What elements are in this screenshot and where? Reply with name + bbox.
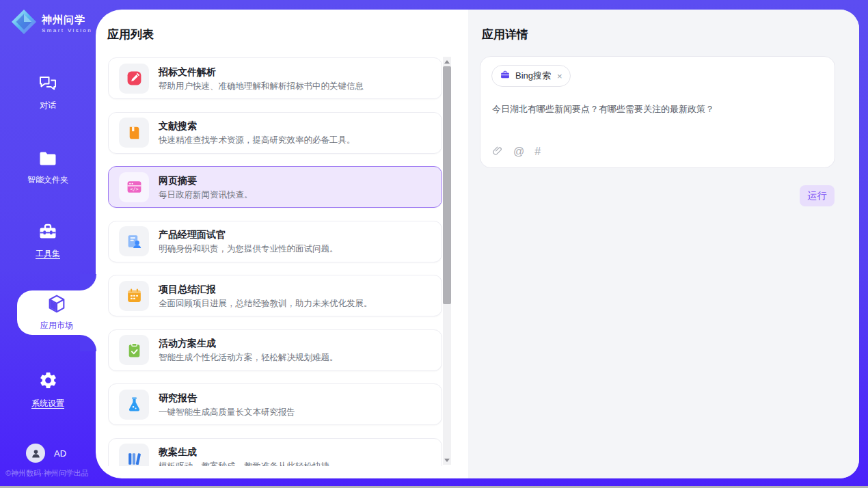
chat-icon	[38, 75, 57, 95]
gear-icon	[38, 370, 58, 393]
edit-icon	[119, 64, 149, 94]
sidebar-item-settings[interactable]: 系统设置	[0, 370, 96, 409]
sidebar-item-app-market[interactable]: 应用市场	[17, 290, 96, 335]
app-name: 产品经理面试官	[159, 228, 338, 241]
sidebar-item-smart-folder[interactable]: 智能文件夹	[0, 150, 96, 186]
avatar	[26, 444, 45, 463]
app-name: 研究报告	[159, 392, 295, 404]
diamond-logo-icon	[11, 9, 37, 38]
folder-icon	[38, 150, 57, 170]
scroll-up-icon[interactable]	[443, 57, 451, 66]
scroll-down-icon[interactable]	[443, 455, 451, 465]
books-icon	[119, 444, 149, 466]
app-desc: 模板驱动，教案秒成，教学准备从此轻松快捷	[159, 461, 329, 466]
tool-tag-bing-search[interactable]: Bing搜索 ×	[491, 65, 571, 87]
toolbox-icon	[38, 223, 57, 243]
app-list-item[interactable]: 研究报告 一键智能生成高质量长文本研究报告	[108, 383, 442, 425]
sidebar-item-label: 应用市场	[40, 320, 73, 331]
app-desc: 明确身份和职责，为您提供专业性的面试问题。	[159, 243, 338, 254]
app-name: 网页摘要	[159, 174, 253, 187]
app-window: 神州问学 Smart Vision 对话 智能文件夹	[0, 0, 868, 488]
book-icon	[119, 118, 149, 148]
close-icon[interactable]: ×	[557, 71, 562, 81]
prompt-question-text[interactable]: 今日湖北有哪些新闻要点？有哪些需要关注的最新政策？	[492, 103, 820, 116]
run-button[interactable]: 运行	[800, 185, 835, 206]
hash-tag-icon[interactable]: #	[534, 146, 541, 157]
bubble-curve-bottom	[80, 335, 96, 351]
briefcase-icon	[500, 70, 511, 83]
paperclip-icon[interactable]	[492, 145, 503, 159]
app-list: 招标文件解析 帮助用户快速、准确地理解和解析招标书中的关键信息 文献搜索 快速精…	[108, 48, 442, 466]
browser-code-icon: </>	[119, 172, 149, 202]
sidebar: 神州问学 Smart Vision 对话 智能文件夹	[0, 0, 96, 488]
app-list-item[interactable]: 文献搜索 快速精准查找学术资源，提高研究效率的必备工具。	[108, 112, 442, 154]
page-title-app-list: 应用列表	[107, 27, 154, 42]
app-list-item[interactable]: 产品经理面试官 明确身份和职责，为您提供专业性的面试问题。	[108, 221, 442, 262]
sidebar-item-label: 智能文件夹	[27, 174, 68, 186]
prompt-card[interactable]: Bing搜索 × 今日湖北有哪些新闻要点？有哪些需要关注的最新政策？ @ #	[480, 56, 835, 168]
bubble-curve-top	[80, 274, 96, 290]
app-list-item[interactable]: 活动方案生成 智能生成个性化活动方案，轻松解决规划难题。	[108, 329, 442, 371]
brand-tagline: Smart Vision	[42, 27, 92, 33]
page-title-app-detail: 应用详情	[482, 27, 528, 42]
tool-tag-label: Bing搜索	[515, 70, 551, 82]
scrollbar-thumb[interactable]	[443, 66, 451, 304]
user-account[interactable]: AD	[26, 444, 66, 463]
clipboard-check-icon	[119, 335, 149, 365]
calendar-icon	[119, 281, 149, 311]
main-card: 应用列表 招标文件解析 帮助用户快速、准确地理解和解析招标书中的关键信息 文献搜…	[96, 10, 859, 478]
sidebar-item-label: 对话	[40, 100, 56, 111]
app-name: 文献搜索	[159, 120, 355, 132]
cube-icon	[46, 294, 67, 318]
app-desc: 一键智能生成高质量长文本研究报告	[159, 407, 295, 418]
prompt-toolbar: @ #	[492, 145, 541, 159]
app-list-item[interactable]: 教案生成 模板驱动，教案秒成，教学准备从此轻松快捷	[108, 438, 442, 467]
brand-name: 神州问学	[42, 14, 92, 26]
sidebar-item-chat[interactable]: 对话	[0, 75, 96, 111]
svg-text:</>: </>	[130, 187, 138, 192]
sidebar-item-label: 系统设置	[31, 398, 64, 409]
app-name: 活动方案生成	[159, 337, 338, 349]
research-icon	[119, 390, 149, 420]
app-name: 招标文件解析	[159, 66, 364, 78]
at-mention-icon[interactable]: @	[513, 146, 524, 157]
app-desc: 每日政府新闻资讯快查。	[159, 189, 253, 200]
app-name: 教案生成	[159, 446, 329, 458]
app-desc: 全面回顾项目进展，总结经验教训，助力未来优化发展。	[159, 298, 372, 309]
app-desc: 智能生成个性化活动方案，轻松解决规划难题。	[159, 352, 338, 363]
list-scrollbar[interactable]	[443, 57, 451, 465]
interviewer-icon	[119, 226, 149, 256]
app-list-item[interactable]: 招标文件解析 帮助用户快速、准确地理解和解析招标书中的关键信息	[108, 57, 442, 99]
app-desc: 快速精准查找学术资源，提高研究效率的必备工具。	[159, 135, 355, 146]
app-detail-pane: 应用详情 Bing搜索 × 今日湖北有哪些新闻要点？有哪些需要关注的最新政策？	[468, 10, 859, 478]
app-desc: 帮助用户快速、准确地理解和解析招标书中的关键信息	[159, 81, 364, 92]
brand-logo: 神州问学 Smart Vision	[11, 9, 92, 38]
sidebar-item-toolset[interactable]: 工具集	[0, 223, 96, 260]
copyright-footer: ©神州数码·神州问学出品	[5, 468, 89, 478]
app-list-item[interactable]: </> 网页摘要 每日政府新闻资讯快查。	[108, 166, 442, 208]
app-name: 项目总结汇报	[159, 283, 372, 295]
app-list-item[interactable]: 项目总结汇报 全面回顾项目进展，总结经验教训，助力未来优化发展。	[108, 275, 442, 316]
sidebar-item-label: 工具集	[36, 248, 60, 260]
user-initials: AD	[54, 448, 66, 459]
